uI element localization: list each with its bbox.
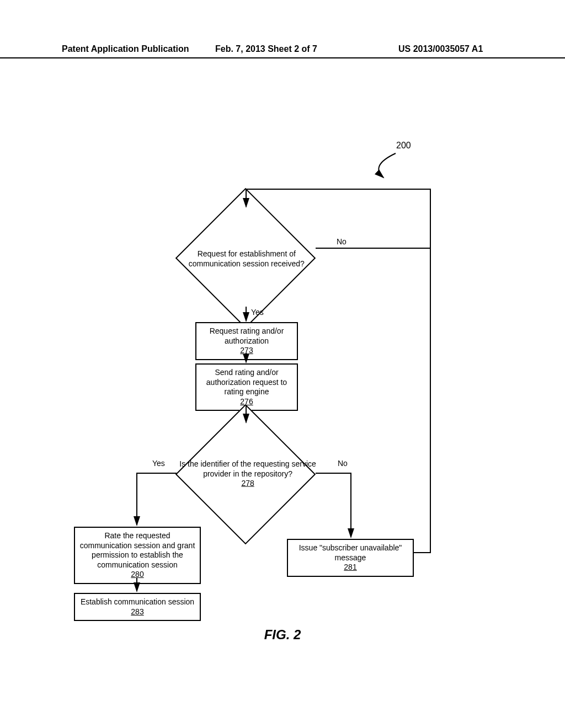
box-273-text: Request rating and/or authorization [201,326,292,346]
label-yes-2: Yes [152,459,165,468]
header-mid: Feb. 7, 2013 Sheet 2 of 7 [215,44,317,54]
decision-identifier-repo: Is the identifier of the requesting serv… [175,404,316,545]
box-rate-and-grant: Rate the requested communication session… [74,527,201,584]
ref-200: 200 [396,141,411,151]
box-request-rating: Request rating and/or authorization 273 [195,322,298,360]
header-left: Patent Application Publication [62,44,189,54]
box-283-text: Establish communication session [79,597,195,607]
page-header: Patent Application Publication Feb. 7, 2… [0,46,565,58]
header-right: US 2013/0035057 A1 [398,44,483,54]
label-no-2: No [338,459,348,468]
label-yes-1: Yes [251,308,264,317]
box-send-rating-request: Send rating and/or authorization request… [195,363,298,411]
box-281-text: Issue "subscriber unavailable" message [292,543,408,563]
box-establish-session: Establish communication session 283 [74,593,201,621]
box-273-ref: 273 [201,346,292,356]
box-281-ref: 281 [292,563,408,572]
decision-identifier-repo-text: Is the identifier of the requesting serv… [176,459,319,489]
box-276-text: Send rating and/or authorization request… [201,368,292,397]
box-280-ref: 280 [79,570,195,580]
label-no-1: No [337,237,347,246]
decision-request-received-text: Request for establishment of communicati… [175,249,318,269]
box-subscriber-unavailable: Issue "subscriber unavailable" message 2… [287,539,414,577]
box-283-ref: 283 [79,607,195,617]
figure-label: FIG. 2 [264,627,301,643]
decision-request-received: Request for establishment of communicati… [175,188,316,329]
box-280-text: Rate the requested communication session… [79,531,195,570]
